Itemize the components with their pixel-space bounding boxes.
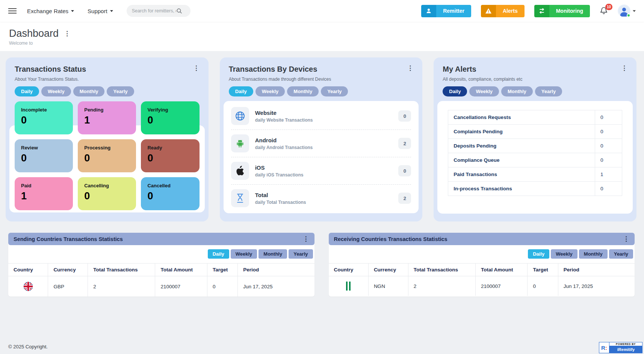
- column-header: Target: [528, 264, 558, 276]
- page-header: Dashboard ⋮ Welcome to: [0, 22, 644, 51]
- alert-row: Cancellations Requests0: [448, 110, 622, 125]
- tab-weekly[interactable]: Weekly: [469, 86, 499, 96]
- column-header: Currency: [48, 264, 88, 276]
- tab-monthly[interactable]: Monthly: [501, 86, 533, 96]
- device-count-badge: 2: [398, 193, 411, 204]
- remitter-button[interactable]: Remitter: [421, 5, 471, 17]
- tile-value: 0: [21, 114, 67, 126]
- card-kebab-menu[interactable]: ⋮: [193, 65, 200, 71]
- notification-count-badge: 10: [605, 4, 612, 10]
- transactions-by-devices-card: Transactions By Devices About Transactio…: [220, 57, 423, 221]
- search-icon[interactable]: [176, 8, 182, 14]
- device-subtitle: daily Website Transactions: [255, 117, 399, 123]
- nav-exchange-rates-label: Exchange Rates: [27, 8, 68, 14]
- table-kebab-menu[interactable]: ⋮: [623, 236, 629, 242]
- alert-value: 1: [595, 167, 622, 182]
- tab-yearly[interactable]: Yearly: [609, 249, 633, 259]
- alert-row: Paid Transactions1: [448, 167, 622, 182]
- column-header: Country: [329, 264, 369, 276]
- table-row: GBP 2 2100007 0 Jun 17, 2025: [8, 276, 314, 297]
- tab-yearly[interactable]: Yearly: [107, 86, 134, 96]
- table-kebab-menu[interactable]: ⋮: [303, 236, 309, 242]
- swap-arrows-icon: [534, 5, 549, 17]
- card-subtitle: All deposits, compliance, complaints etc: [443, 77, 522, 82]
- user-menu[interactable]: [618, 5, 636, 17]
- tab-daily[interactable]: Daily: [15, 86, 39, 96]
- tab-monthly[interactable]: Monthly: [579, 249, 608, 259]
- tab-yearly[interactable]: Yearly: [289, 249, 313, 259]
- tile-value: 1: [21, 190, 67, 202]
- alert-label: Cancellations Requests: [448, 110, 595, 125]
- total-transactions-cell: 2: [88, 276, 155, 297]
- chevron-down-icon: [110, 10, 113, 12]
- tile-value: 0: [147, 152, 193, 164]
- alert-label: Compliance Queue: [448, 153, 595, 167]
- tab-daily[interactable]: Daily: [208, 249, 229, 259]
- search-bar[interactable]: [127, 5, 190, 17]
- tab-monthly[interactable]: Monthly: [73, 86, 105, 96]
- page-title-kebab-menu[interactable]: ⋮: [64, 30, 70, 37]
- table-row: NGN 2 2100007 0 Jun 17, 2025: [329, 276, 635, 296]
- tab-yearly[interactable]: Yearly: [321, 86, 348, 96]
- table-title: Sending Countries Transactions Statistic…: [14, 236, 123, 242]
- card-subtitle: About Your Transactions Status.: [15, 77, 86, 82]
- receiving-countries-table: Country Currency Total Transactions Tota…: [329, 263, 635, 296]
- column-header: Currency: [368, 264, 408, 276]
- alert-label: Complaints Pending: [448, 125, 595, 139]
- receiving-countries-header: Receiving Countries Transactions Statist…: [329, 233, 635, 245]
- tab-daily[interactable]: Daily: [229, 86, 253, 96]
- copyright-text: © 2025 Copyright.: [8, 344, 48, 349]
- tab-yearly[interactable]: Yearly: [535, 86, 562, 96]
- avatar: [618, 5, 630, 17]
- alert-value: 0: [595, 139, 622, 153]
- status-tile-incomplete: Incomplete0: [15, 101, 73, 134]
- my-alerts-card: My Alerts All deposits, compliance, comp…: [434, 57, 636, 221]
- apple-icon: [231, 162, 249, 180]
- hamburger-menu-icon[interactable]: [8, 8, 17, 14]
- tab-monthly[interactable]: Monthly: [287, 86, 319, 96]
- sending-countries-header: Sending Countries Transactions Statistic…: [8, 233, 314, 245]
- period-cell: Jun 17, 2025: [558, 276, 635, 296]
- alert-value: 0: [595, 125, 622, 139]
- alert-row: Compliance Queue0: [448, 153, 622, 167]
- monitoring-button[interactable]: Monitoring: [534, 5, 590, 17]
- tile-label: Cancelled: [147, 183, 193, 188]
- tile-label: Cancelling: [84, 183, 130, 188]
- status-tile-paid: Paid1: [15, 177, 73, 210]
- device-title: Total: [255, 192, 268, 198]
- tile-label: Incomplete: [21, 107, 67, 113]
- card-kebab-menu[interactable]: ⋮: [621, 65, 627, 71]
- alert-row: Complaints Pending0: [448, 125, 622, 139]
- monitoring-button-label: Monitoring: [549, 5, 590, 17]
- nav-exchange-rates[interactable]: Exchange Rates: [27, 8, 74, 14]
- status-tile-processing: Processing0: [78, 139, 136, 172]
- page-title: Dashboard: [9, 28, 59, 39]
- period-tabs: Daily Weekly Monthly Yearly: [15, 86, 200, 96]
- search-input[interactable]: [132, 8, 176, 14]
- status-tile-verifying: Verifying0: [141, 101, 199, 134]
- tab-weekly[interactable]: Weekly: [255, 86, 285, 96]
- tab-monthly[interactable]: Monthly: [259, 249, 287, 259]
- tile-label: Review: [21, 145, 67, 151]
- alert-label: Paid Transactions: [448, 167, 595, 182]
- tab-weekly[interactable]: Weekly: [231, 249, 257, 259]
- powered-by-badge[interactable]: R: POWERED BY iRemitify: [599, 342, 642, 353]
- device-title: Website: [255, 110, 277, 116]
- nav-support[interactable]: Support: [88, 8, 113, 14]
- tab-daily[interactable]: Daily: [528, 249, 549, 259]
- card-kebab-menu[interactable]: ⋮: [407, 65, 413, 71]
- tab-weekly[interactable]: Weekly: [41, 86, 71, 96]
- transactions-status-card: Transactions Status About Your Transacti…: [6, 57, 209, 221]
- alerts-button[interactable]: Alerts: [481, 5, 525, 17]
- total-amount-cell: 2100007: [155, 276, 207, 297]
- notifications-bell[interactable]: 10: [600, 6, 608, 15]
- alerts-button-label: Alerts: [496, 5, 525, 17]
- tab-weekly[interactable]: Weekly: [551, 249, 577, 259]
- tab-daily[interactable]: Daily: [443, 86, 467, 96]
- column-header: Period: [238, 264, 314, 276]
- alerts-table-panel: Cancellations Requests0 Complaints Pendi…: [437, 101, 633, 214]
- tile-value: 0: [84, 152, 130, 164]
- total-transactions-cell: 2: [408, 276, 475, 296]
- brand-name: iRemitify: [609, 346, 642, 353]
- powered-by-label: POWERED BY: [609, 342, 642, 346]
